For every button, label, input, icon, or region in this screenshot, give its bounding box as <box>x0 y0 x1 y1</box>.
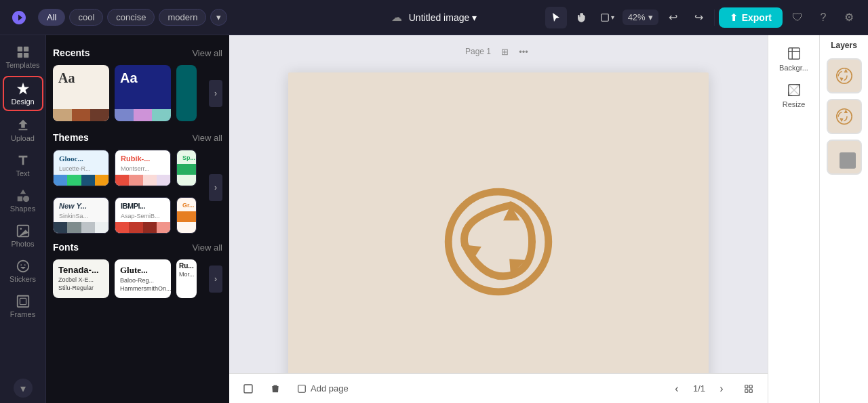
themes-viewall[interactable]: View all <box>192 133 222 143</box>
theme-card-4[interactable]: New Y... SinkinSa... <box>53 197 109 234</box>
tag-modern[interactable]: modern <box>159 9 206 26</box>
themes-grid: Glooc... Lucette-R... Rubik-... Montserr… <box>53 150 222 234</box>
svg-rect-23 <box>840 152 856 169</box>
theme-card-5-sub: Asap-SemiB... <box>115 213 170 222</box>
main-content: Templates Design Upload Text Shapes Phot… <box>0 35 868 403</box>
page-label: Page 1 <box>465 47 491 56</box>
doc-title[interactable]: Untitled image ▾ <box>409 12 477 23</box>
page-counter: 1/1 <box>693 383 705 394</box>
zoom-control[interactable]: 42% ▾ <box>623 9 658 25</box>
layer-thumb-1[interactable] <box>827 58 862 93</box>
themes-title: Themes <box>53 132 89 143</box>
sidebar-more-button[interactable]: ▾ <box>14 379 33 398</box>
resize-action[interactable]: Resize <box>772 77 816 114</box>
hand-tool-button[interactable] <box>571 7 593 28</box>
svg-point-6 <box>20 228 22 230</box>
theme-card-3[interactable]: Sp... <box>176 150 197 186</box>
canvas-area: Page 1 ⊞ ••• <box>229 35 768 403</box>
sidebar-item-frames[interactable]: Frames <box>3 290 43 322</box>
sidebar-item-design[interactable]: Design <box>3 76 43 111</box>
shield-icon-button[interactable]: 🛡 <box>787 7 808 28</box>
tag-concise[interactable]: concise <box>107 9 155 26</box>
recents-viewall[interactable]: View all <box>192 48 222 58</box>
svg-point-8 <box>20 264 22 266</box>
theme-card-5[interactable]: IBMPl... Asap-SemiB... <box>115 197 171 234</box>
export-button[interactable]: ⬆ Export <box>719 7 783 28</box>
layer-thumb-2[interactable] <box>827 99 862 134</box>
recent-card-2-swatches <box>115 109 171 121</box>
theme-card-1-sub: Lucette-R... <box>54 165 108 175</box>
left-panel: Recents View all Aa Aa <box>46 35 229 403</box>
next-page-button[interactable]: › <box>711 378 732 400</box>
font-card-3-title: Ru... <box>179 262 194 270</box>
theme-card-3-name: Sp... <box>177 150 196 164</box>
theme-card-2-sub: Montserr... <box>115 165 170 175</box>
tag-cool[interactable]: cool <box>69 9 103 26</box>
frame-view-button[interactable] <box>237 378 259 400</box>
font-card-1-sub: Zocbel X-E...Stilu-Regular <box>58 276 104 292</box>
tag-more-button[interactable]: ▾ <box>210 9 227 26</box>
page-label-bar: Page 1 ⊞ ••• <box>465 43 532 60</box>
theme-card-5-name: IBMPl... <box>115 198 170 213</box>
svg-rect-14 <box>298 385 306 392</box>
svg-point-21 <box>836 68 851 83</box>
select-tool-button[interactable] <box>545 7 567 28</box>
font-card-1-title: Tenada-... <box>58 265 104 275</box>
sidebar-item-photos[interactable]: Photos <box>3 219 43 252</box>
bottom-right: ‹ 1/1 › <box>666 378 760 400</box>
theme-card-1[interactable]: Glooc... Lucette-R... <box>53 150 109 186</box>
fit-page-button[interactable] <box>738 378 760 400</box>
tag-filter: All cool concise modern ▾ <box>38 9 227 26</box>
svg-rect-4 <box>23 53 28 58</box>
font-card-2-title: Glute... <box>120 265 165 276</box>
page-thumbnail-icon[interactable]: ⊞ <box>496 43 513 60</box>
themes-header: Themes View all <box>53 132 222 143</box>
prev-page-button[interactable]: ‹ <box>666 378 688 400</box>
sidebar-item-text[interactable]: Text <box>3 149 43 182</box>
font-card-3[interactable]: Ru... Mor... <box>176 259 197 298</box>
redo-button[interactable]: ↪ <box>688 7 710 28</box>
add-page-button[interactable]: Add page <box>292 381 354 396</box>
svg-rect-16 <box>749 385 752 387</box>
recents-next-button[interactable]: › <box>209 80 222 107</box>
recent-card-3[interactable] <box>176 65 197 121</box>
sidebar-item-stickers[interactable]: Stickers <box>3 255 43 287</box>
svg-rect-11 <box>20 298 26 304</box>
canva-logo[interactable] <box>8 7 30 28</box>
page-options-icon[interactable]: ••• <box>515 43 532 60</box>
svg-rect-0 <box>601 14 609 21</box>
export-icon: ⬆ <box>730 12 738 23</box>
font-card-1[interactable]: Tenada-... Zocbel X-E...Stilu-Regular <box>53 259 109 298</box>
sidebar-icons: Templates Design Upload Text Shapes Phot… <box>0 35 46 403</box>
recent-card-2[interactable]: Aa <box>115 65 171 121</box>
font-card-2[interactable]: Glute... Baloo-Reg...HammersmithOn... <box>115 259 171 298</box>
theme-card-3-colors <box>177 164 196 175</box>
fonts-viewall[interactable]: View all <box>192 242 222 253</box>
svg-point-7 <box>17 261 28 272</box>
svg-rect-19 <box>788 48 800 60</box>
themes-next-button[interactable]: › <box>209 174 222 201</box>
help-button[interactable]: ? <box>812 7 834 28</box>
layer-thumb-3[interactable] <box>827 140 862 175</box>
recent-card-1[interactable]: Aa <box>53 65 109 121</box>
fonts-title: Fonts <box>53 242 79 253</box>
svg-rect-17 <box>745 389 748 392</box>
tag-all[interactable]: All <box>38 9 65 26</box>
sidebar-item-templates[interactable]: Templates <box>3 41 43 73</box>
title-chevron-icon: ▾ <box>472 12 477 23</box>
background-action[interactable]: Backgr... <box>772 41 816 77</box>
theme-card-2[interactable]: Rubik-... Montserr... <box>115 150 171 186</box>
sidebar-bottom: ▾ <box>14 379 33 398</box>
sidebar-item-upload[interactable]: Upload <box>3 114 43 146</box>
undo-button[interactable]: ↩ <box>663 7 684 28</box>
recents-title: Recents <box>53 47 90 58</box>
zoom-chevron-icon: ▾ <box>648 12 653 22</box>
frame-tool-button[interactable]: ▾ <box>597 7 618 28</box>
delete-page-button[interactable] <box>264 378 286 400</box>
theme-card-6[interactable]: Gr... <box>176 197 197 234</box>
fonts-next-button[interactable]: › <box>209 266 222 293</box>
settings-button[interactable]: ⚙ <box>838 7 860 28</box>
canvas-frame[interactable] <box>288 72 709 403</box>
svg-rect-1 <box>17 47 22 51</box>
sidebar-item-shapes[interactable]: Shapes <box>3 184 43 217</box>
